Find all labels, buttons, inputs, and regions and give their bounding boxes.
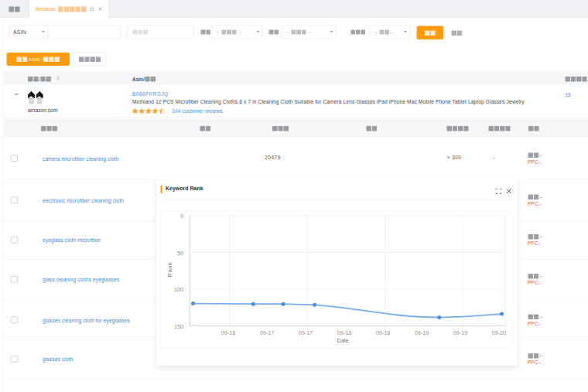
svg-text:09-19: 09-19 — [415, 329, 429, 336]
svg-text:09-18: 09-18 — [337, 329, 352, 336]
svg-text:09-17: 09-17 — [299, 329, 313, 336]
svg-text:09-20: 09-20 — [492, 329, 507, 336]
svg-text:09-16: 09-16 — [221, 329, 236, 336]
svg-text:Rank: Rank — [166, 262, 173, 278]
svg-text:50: 50 — [177, 250, 183, 257]
svg-text:09-19: 09-19 — [453, 329, 468, 336]
svg-text:Date: Date — [337, 338, 349, 343]
svg-text:09-18: 09-18 — [376, 329, 391, 336]
svg-text:0: 0 — [180, 213, 183, 220]
svg-text:09-17: 09-17 — [260, 329, 275, 336]
svg-text:100: 100 — [174, 286, 183, 293]
svg-text:150: 150 — [174, 323, 183, 330]
